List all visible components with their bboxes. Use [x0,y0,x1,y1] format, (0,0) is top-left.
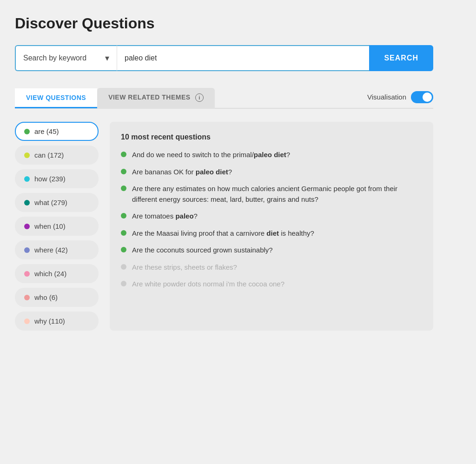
chevron-down-icon: ▾ [105,53,109,63]
keyword-dot-which [24,271,30,277]
question-text-0: And do we need to switch to the primal/p… [132,150,290,160]
keyword-label-where: where (42) [34,246,68,254]
info-icon: i [195,93,204,102]
keyword-label-how: how (239) [34,175,66,183]
visualisation-toggle: Visualisation [367,91,433,105]
question-dot-7 [121,281,126,286]
panel-title: 10 most recent questions [121,133,422,141]
question-item-0: And do we need to switch to the primal/p… [121,150,422,160]
keyword-pill-where[interactable]: where (42) [15,240,99,259]
question-text-5: Are the coconuts sourced grown sustainab… [132,245,273,256]
question-dot-0 [121,152,126,157]
keyword-dot-can [24,152,30,158]
search-type-dropdown[interactable]: Search by keyword ▾ [15,45,117,71]
question-dot-1 [121,169,126,174]
question-dot-5 [121,247,126,252]
tabs-row: VIEW QUESTIONS VIEW RELATED THEMES i Vis… [15,88,433,109]
visualisation-switch[interactable] [411,91,433,103]
keyword-pill-why[interactable]: why (110) [15,312,99,331]
question-text-2: Are there any estimates on how much calo… [132,184,422,205]
question-dot-2 [121,186,126,191]
keyword-pill-when[interactable]: when (10) [15,217,99,236]
keyword-label-who: who (6) [34,293,58,301]
search-input[interactable] [117,45,369,71]
question-dot-3 [121,213,126,219]
question-text-6: Are these strips, sheets or flakes? [132,262,237,273]
question-item-3: Are tomatoes paleo? [121,211,422,222]
questions-list: And do we need to switch to the primal/p… [121,150,422,290]
keyword-dot-when [24,224,30,229]
search-bar: Search by keyword ▾ SEARCH [15,45,433,71]
keyword-dot-why [24,318,30,324]
question-dot-4 [121,230,126,236]
main-content: are (45) can (172) how (239) what (279) … [15,122,433,331]
page-title: Discover Questions [15,15,461,32]
question-item-1: Are bananas OK for paleo diet? [121,167,422,178]
keyword-pill-can[interactable]: can (172) [15,146,99,165]
visualisation-label: Visualisation [367,93,406,101]
keyword-dot-where [24,247,30,253]
keyword-dot-are [24,129,30,134]
question-item-7: Are white powder dots normal i'm the coc… [121,279,422,290]
keyword-pill-are[interactable]: are (45) [15,122,99,141]
question-item-2: Are there any estimates on how much calo… [121,184,422,205]
question-text-3: Are tomatoes paleo? [132,211,198,222]
question-item-5: Are the coconuts sourced grown sustainab… [121,245,422,256]
keyword-dot-what [24,200,30,205]
keyword-label-are: are (45) [34,127,59,135]
dropdown-label: Search by keyword [23,54,86,62]
tab-view-questions[interactable]: VIEW QUESTIONS [15,88,97,108]
keyword-dot-how [24,176,30,182]
search-button[interactable]: SEARCH [369,45,433,71]
question-item-6: Are these strips, sheets or flakes? [121,262,422,273]
questions-panel: 10 most recent questions And do we need … [110,122,433,331]
question-text-1: Are bananas OK for paleo diet? [132,167,232,178]
keyword-label-which: which (24) [34,270,66,278]
tab-view-related-themes[interactable]: VIEW RELATED THEMES i [97,88,215,109]
keyword-pill-which[interactable]: which (24) [15,264,99,283]
keyword-label-when: when (10) [34,222,66,230]
keyword-label-why: why (110) [34,317,65,325]
question-text-4: Are the Maasai living proof that a carni… [132,228,314,239]
question-dot-6 [121,264,126,270]
keyword-label-can: can (172) [34,151,64,159]
keyword-pill-what[interactable]: what (279) [15,193,99,212]
keyword-label-what: what (279) [34,199,67,206]
question-item-4: Are the Maasai living proof that a carni… [121,228,422,239]
keyword-pill-how[interactable]: how (239) [15,169,99,188]
keyword-list: are (45) can (172) how (239) what (279) … [15,122,99,331]
keyword-dot-who [24,295,30,300]
keyword-pill-who[interactable]: who (6) [15,288,99,307]
question-text-7: Are white powder dots normal i'm the coc… [132,279,284,290]
